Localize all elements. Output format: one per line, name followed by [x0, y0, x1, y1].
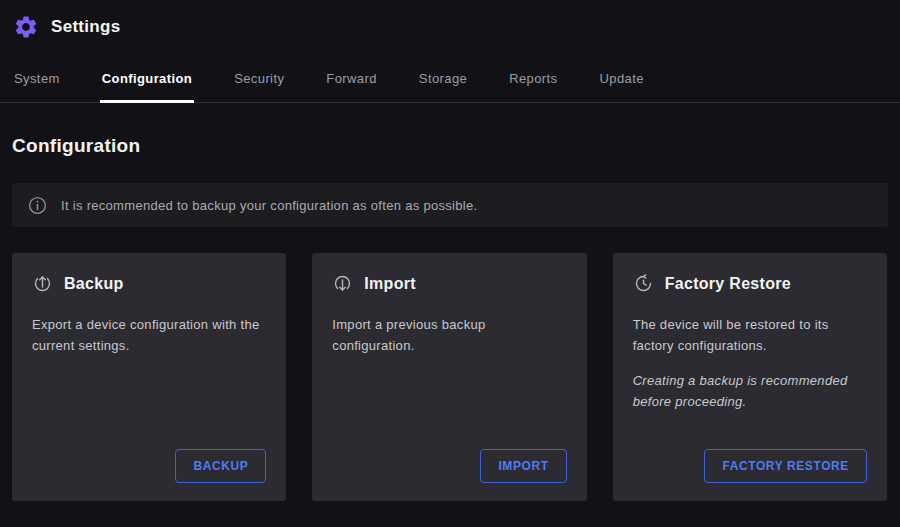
info-icon — [27, 195, 48, 216]
factory-restore-button[interactable]: FACTORY RESTORE — [704, 449, 867, 483]
tab-system[interactable]: System — [12, 63, 62, 103]
tab-update[interactable]: Update — [597, 63, 645, 103]
app-header: Settings — [0, 0, 900, 51]
import-card-title: Import — [364, 275, 416, 293]
page-title: Configuration — [12, 135, 888, 157]
tab-forward[interactable]: Forward — [324, 63, 378, 103]
tab-security[interactable]: Security — [232, 63, 286, 103]
tab-storage[interactable]: Storage — [417, 63, 469, 103]
factory-restore-icon — [633, 273, 654, 294]
import-icon — [332, 273, 353, 294]
settings-gear-icon — [12, 13, 39, 40]
import-button[interactable]: IMPORT — [480, 449, 566, 483]
backup-card-title: Backup — [64, 275, 124, 293]
backup-card-description: Export a device configuration with the c… — [32, 314, 266, 357]
configuration-cards: Backup Export a device configuration wit… — [12, 253, 887, 501]
factory-restore-card-description: The device will be restored to its facto… — [633, 314, 867, 357]
factory-restore-card-title: Factory Restore — [665, 275, 791, 293]
tab-reports[interactable]: Reports — [507, 63, 559, 103]
tab-configuration[interactable]: Configuration — [100, 63, 194, 103]
import-card: Import Import a previous backup configur… — [312, 253, 586, 501]
backup-button[interactable]: BACKUP — [175, 449, 266, 483]
factory-restore-card-note: Creating a backup is recommended before … — [633, 370, 867, 413]
info-banner-text: It is recommended to backup your configu… — [61, 198, 477, 213]
import-card-description: Import a previous backup configuration. — [332, 314, 566, 357]
backup-card: Backup Export a device configuration wit… — [12, 253, 286, 501]
factory-restore-card: Factory Restore The device will be resto… — [613, 253, 887, 501]
app-title: Settings — [51, 17, 120, 37]
backup-icon — [32, 273, 53, 294]
settings-tab-bar: System Configuration Security Forward St… — [0, 51, 900, 103]
info-banner: It is recommended to backup your configu… — [12, 183, 888, 227]
